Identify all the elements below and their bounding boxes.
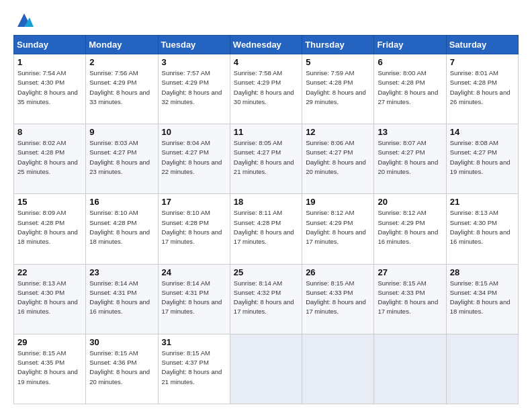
- day-detail: Sunrise: 8:10 AM Sunset: 4:28 PM Dayligh…: [162, 208, 226, 246]
- day-detail: Sunrise: 8:14 AM Sunset: 4:31 PM Dayligh…: [89, 279, 154, 317]
- weekday-header-wednesday: Wednesday: [230, 36, 302, 54]
- calendar-cell: 18 Sunrise: 8:11 AM Sunset: 4:28 PM Dayl…: [230, 194, 302, 264]
- page: SundayMondayTuesdayWednesdayThursdayFrid…: [0, 0, 532, 411]
- day-detail: Sunrise: 8:09 AM Sunset: 4:28 PM Dayligh…: [17, 208, 82, 246]
- calendar-cell: 28 Sunrise: 8:15 AM Sunset: 4:34 PM Dayl…: [446, 264, 518, 334]
- day-detail: Sunrise: 8:15 AM Sunset: 4:35 PM Dayligh…: [17, 349, 82, 387]
- day-detail: Sunrise: 8:10 AM Sunset: 4:28 PM Dayligh…: [89, 208, 154, 246]
- day-detail: Sunrise: 7:57 AM Sunset: 4:29 PM Dayligh…: [162, 68, 226, 107]
- day-number: 31: [162, 337, 226, 347]
- day-number: 27: [378, 267, 442, 277]
- calendar-cell: 13 Sunrise: 8:07 AM Sunset: 4:27 PM Dayl…: [374, 124, 446, 194]
- day-detail: Sunrise: 8:04 AM Sunset: 4:27 PM Dayligh…: [162, 138, 226, 177]
- calendar-cell: 23 Sunrise: 8:14 AM Sunset: 4:31 PM Dayl…: [86, 264, 158, 334]
- calendar-cell: 31 Sunrise: 8:15 AM Sunset: 4:37 PM Dayl…: [158, 334, 230, 404]
- calendar-cell: 27 Sunrise: 8:15 AM Sunset: 4:33 PM Dayl…: [374, 264, 446, 334]
- day-number: 17: [162, 197, 226, 207]
- day-detail: Sunrise: 8:13 AM Sunset: 4:30 PM Dayligh…: [450, 208, 515, 246]
- day-number: 22: [17, 267, 82, 277]
- calendar-cell: 19 Sunrise: 8:12 AM Sunset: 4:29 PM Dayl…: [302, 194, 374, 264]
- header: [13, 11, 519, 30]
- day-detail: Sunrise: 8:11 AM Sunset: 4:28 PM Dayligh…: [234, 208, 298, 246]
- day-detail: Sunrise: 8:15 AM Sunset: 4:33 PM Dayligh…: [306, 279, 370, 317]
- calendar-cell: 5 Sunrise: 7:59 AM Sunset: 4:28 PM Dayli…: [302, 54, 374, 124]
- calendar-cell: 26 Sunrise: 8:15 AM Sunset: 4:33 PM Dayl…: [302, 264, 374, 334]
- day-number: 24: [162, 267, 226, 277]
- day-number: 15: [17, 197, 82, 207]
- calendar-week-1: 1 Sunrise: 7:54 AM Sunset: 4:30 PM Dayli…: [14, 54, 519, 124]
- weekday-header-thursday: Thursday: [302, 36, 374, 54]
- day-detail: Sunrise: 8:00 AM Sunset: 4:28 PM Dayligh…: [378, 68, 442, 107]
- calendar-cell: [374, 334, 446, 404]
- calendar-cell: 11 Sunrise: 8:05 AM Sunset: 4:27 PM Dayl…: [230, 124, 302, 194]
- calendar-cell: 1 Sunrise: 7:54 AM Sunset: 4:30 PM Dayli…: [14, 54, 86, 124]
- day-number: 21: [450, 197, 515, 207]
- day-number: 8: [17, 127, 82, 137]
- calendar-cell: 14 Sunrise: 8:08 AM Sunset: 4:27 PM Dayl…: [446, 124, 518, 194]
- logo: [13, 11, 34, 30]
- day-detail: Sunrise: 8:15 AM Sunset: 4:33 PM Dayligh…: [378, 279, 442, 317]
- weekday-header-monday: Monday: [86, 36, 158, 54]
- calendar-cell: 25 Sunrise: 8:14 AM Sunset: 4:32 PM Dayl…: [230, 264, 302, 334]
- calendar-cell: 3 Sunrise: 7:57 AM Sunset: 4:29 PM Dayli…: [158, 54, 230, 124]
- day-detail: Sunrise: 8:02 AM Sunset: 4:28 PM Dayligh…: [17, 138, 82, 177]
- day-number: 12: [306, 127, 370, 137]
- day-detail: Sunrise: 8:12 AM Sunset: 4:29 PM Dayligh…: [306, 208, 370, 246]
- day-detail: Sunrise: 7:59 AM Sunset: 4:28 PM Dayligh…: [306, 68, 370, 107]
- day-detail: Sunrise: 8:14 AM Sunset: 4:32 PM Dayligh…: [234, 279, 298, 317]
- day-detail: Sunrise: 8:01 AM Sunset: 4:28 PM Dayligh…: [450, 68, 515, 107]
- calendar-cell: 12 Sunrise: 8:06 AM Sunset: 4:27 PM Dayl…: [302, 124, 374, 194]
- day-detail: Sunrise: 8:03 AM Sunset: 4:27 PM Dayligh…: [89, 138, 154, 177]
- calendar-cell: 21 Sunrise: 8:13 AM Sunset: 4:30 PM Dayl…: [446, 194, 518, 264]
- day-number: 7: [450, 57, 515, 67]
- day-detail: Sunrise: 7:56 AM Sunset: 4:29 PM Dayligh…: [89, 68, 154, 107]
- day-number: 18: [234, 197, 298, 207]
- day-number: 5: [306, 57, 370, 67]
- weekday-header-friday: Friday: [374, 36, 446, 54]
- day-number: 4: [234, 57, 298, 67]
- day-number: 9: [89, 127, 154, 137]
- calendar-cell: 7 Sunrise: 8:01 AM Sunset: 4:28 PM Dayli…: [446, 54, 518, 124]
- weekday-header-row: SundayMondayTuesdayWednesdayThursdayFrid…: [14, 36, 519, 54]
- day-number: 16: [89, 197, 154, 207]
- calendar-week-2: 8 Sunrise: 8:02 AM Sunset: 4:28 PM Dayli…: [14, 124, 519, 194]
- day-detail: Sunrise: 8:05 AM Sunset: 4:27 PM Dayligh…: [234, 138, 298, 177]
- day-number: 6: [378, 57, 442, 67]
- calendar-cell: 17 Sunrise: 8:10 AM Sunset: 4:28 PM Dayl…: [158, 194, 230, 264]
- calendar-week-4: 22 Sunrise: 8:13 AM Sunset: 4:30 PM Dayl…: [14, 264, 519, 334]
- calendar-cell: 16 Sunrise: 8:10 AM Sunset: 4:28 PM Dayl…: [86, 194, 158, 264]
- calendar-cell: [230, 334, 302, 404]
- day-detail: Sunrise: 8:15 AM Sunset: 4:36 PM Dayligh…: [89, 349, 154, 387]
- weekday-header-tuesday: Tuesday: [158, 36, 230, 54]
- calendar-cell: 2 Sunrise: 7:56 AM Sunset: 4:29 PM Dayli…: [86, 54, 158, 124]
- day-number: 26: [306, 267, 370, 277]
- calendar-cell: 4 Sunrise: 7:58 AM Sunset: 4:29 PM Dayli…: [230, 54, 302, 124]
- day-number: 10: [162, 127, 226, 137]
- day-number: 28: [450, 267, 515, 277]
- day-number: 30: [89, 337, 154, 347]
- day-number: 25: [234, 267, 298, 277]
- day-detail: Sunrise: 8:15 AM Sunset: 4:37 PM Dayligh…: [162, 349, 226, 387]
- calendar-cell: 29 Sunrise: 8:15 AM Sunset: 4:35 PM Dayl…: [14, 334, 86, 404]
- day-number: 19: [306, 197, 370, 207]
- day-detail: Sunrise: 7:54 AM Sunset: 4:30 PM Dayligh…: [17, 68, 82, 107]
- day-detail: Sunrise: 8:14 AM Sunset: 4:31 PM Dayligh…: [162, 279, 226, 317]
- day-detail: Sunrise: 8:08 AM Sunset: 4:27 PM Dayligh…: [450, 138, 515, 177]
- calendar-cell: 10 Sunrise: 8:04 AM Sunset: 4:27 PM Dayl…: [158, 124, 230, 194]
- day-detail: Sunrise: 8:06 AM Sunset: 4:27 PM Dayligh…: [306, 138, 370, 177]
- day-number: 29: [17, 337, 82, 347]
- weekday-header-sunday: Sunday: [14, 36, 86, 54]
- day-detail: Sunrise: 8:15 AM Sunset: 4:34 PM Dayligh…: [450, 279, 515, 317]
- day-detail: Sunrise: 8:07 AM Sunset: 4:27 PM Dayligh…: [378, 138, 442, 177]
- day-number: 1: [17, 57, 82, 67]
- day-number: 20: [378, 197, 442, 207]
- calendar-cell: 8 Sunrise: 8:02 AM Sunset: 4:28 PM Dayli…: [14, 124, 86, 194]
- day-number: 2: [89, 57, 154, 67]
- day-number: 11: [234, 127, 298, 137]
- day-detail: Sunrise: 8:12 AM Sunset: 4:29 PM Dayligh…: [378, 208, 442, 246]
- calendar-cell: 15 Sunrise: 8:09 AM Sunset: 4:28 PM Dayl…: [14, 194, 86, 264]
- day-number: 14: [450, 127, 515, 137]
- day-number: 23: [89, 267, 154, 277]
- calendar-table: SundayMondayTuesdayWednesdayThursdayFrid…: [13, 35, 519, 404]
- calendar-cell: 22 Sunrise: 8:13 AM Sunset: 4:30 PM Dayl…: [14, 264, 86, 334]
